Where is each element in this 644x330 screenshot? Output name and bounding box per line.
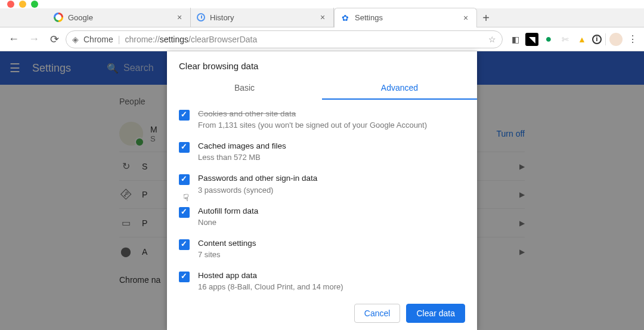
option-row[interactable]: Autofill form dataNone: [167, 201, 477, 233]
gear-favicon-icon: ✿: [340, 13, 350, 23]
option-sublabel: Less than 572 MB: [198, 153, 286, 162]
extension-icon[interactable]: ◥: [525, 33, 538, 46]
address-bar[interactable]: ◈ Chrome | chrome://settings/clearBrowse…: [66, 30, 503, 48]
extension-icon[interactable]: ✄: [559, 33, 572, 46]
google-favicon-icon: [54, 13, 63, 22]
checkbox[interactable]: [179, 110, 190, 121]
tab-label: Settings: [355, 13, 383, 22]
menu-icon[interactable]: ⋮: [626, 33, 639, 46]
option-sublabel: None: [198, 218, 258, 227]
tab-label: History: [210, 13, 234, 22]
maximize-window-button[interactable]: [31, 1, 38, 8]
option-label: Passwords and other sign-in data: [198, 174, 317, 183]
close-window-button[interactable]: [7, 1, 14, 8]
new-tab-button[interactable]: +: [477, 9, 495, 27]
browser-tab-strip: Google × History × ✿ Settings × +: [0, 8, 644, 27]
option-sublabel: 16 apps (8-Ball, Cloud Print, and 14 mor…: [198, 282, 343, 291]
checkbox[interactable]: [179, 207, 190, 218]
close-tab-icon[interactable]: ×: [175, 13, 184, 22]
cast-icon[interactable]: ◧: [509, 33, 522, 46]
extension-icon[interactable]: i: [592, 35, 602, 44]
clear-browsing-data-dialog: Clear browsing data Basic Advanced Cooki…: [167, 51, 477, 330]
dialog-tabs: Basic Advanced: [167, 77, 477, 100]
checkbox[interactable]: [179, 142, 190, 153]
url-host: Chrome: [83, 35, 113, 44]
option-sublabel: From 1,131 sites (you won't be signed ou…: [198, 121, 427, 129]
option-label: Hosted app data: [198, 271, 343, 280]
minimize-window-button[interactable]: [19, 1, 26, 8]
history-favicon-icon: [197, 13, 205, 21]
close-tab-icon[interactable]: ×: [318, 13, 327, 22]
tab-settings[interactable]: ✿ Settings ×: [334, 8, 477, 27]
dialog-footer: Cancel Clear data: [167, 297, 477, 330]
option-sublabel: 7 sites: [198, 250, 256, 259]
bookmark-star-icon[interactable]: ☆: [488, 35, 496, 44]
option-label: Content settings: [198, 239, 256, 248]
url-text: chrome://settings/clearBrowserData: [125, 35, 257, 44]
extension-icon[interactable]: ▲: [575, 33, 589, 46]
close-tab-icon[interactable]: ×: [461, 13, 470, 23]
option-sublabel: 3 passwords (synced): [198, 186, 317, 195]
dialog-title: Clear browsing data: [167, 51, 477, 77]
browser-toolbar: ← → ⟳ ◈ Chrome | chrome://settings/clear…: [0, 27, 644, 51]
extension-icon[interactable]: ●: [542, 33, 555, 46]
option-row[interactable]: Hosted app data16 apps (8-Ball, Cloud Pr…: [167, 265, 477, 297]
checkbox[interactable]: [179, 239, 190, 250]
forward-button[interactable]: →: [25, 30, 43, 48]
reload-button[interactable]: ⟳: [45, 30, 63, 48]
extension-icons: ◧ ◥ ● ✄ ▲ i ⋮: [509, 33, 639, 46]
checkbox[interactable]: [179, 272, 190, 282]
option-row[interactable]: Content settings7 sites: [167, 233, 477, 265]
site-info-icon: ◈: [72, 35, 79, 44]
cancel-button[interactable]: Cancel: [354, 304, 401, 323]
tab-history[interactable]: History ×: [191, 8, 334, 27]
option-row[interactable]: Passwords and other sign-in data3 passwo…: [167, 168, 477, 200]
dialog-body[interactable]: Cookies and other site dataFrom 1,131 si…: [167, 100, 477, 297]
tab-label: Google: [68, 13, 93, 22]
option-row[interactable]: Cached images and filesLess than 572 MB: [167, 135, 477, 168]
option-label: Autofill form data: [198, 206, 258, 216]
option-row[interactable]: Cookies and other site dataFrom 1,131 si…: [167, 103, 477, 135]
clear-data-button[interactable]: Clear data: [406, 304, 465, 323]
tab-basic[interactable]: Basic: [167, 77, 322, 100]
tab-google[interactable]: Google ×: [48, 8, 191, 27]
window-controls: [0, 0, 644, 8]
back-button[interactable]: ←: [5, 30, 23, 48]
option-label: Cookies and other site data: [198, 109, 427, 119]
tab-advanced[interactable]: Advanced: [322, 77, 477, 100]
profile-avatar-icon[interactable]: [609, 33, 623, 46]
option-label: Cached images and files: [198, 141, 286, 151]
checkbox[interactable]: [179, 174, 190, 185]
